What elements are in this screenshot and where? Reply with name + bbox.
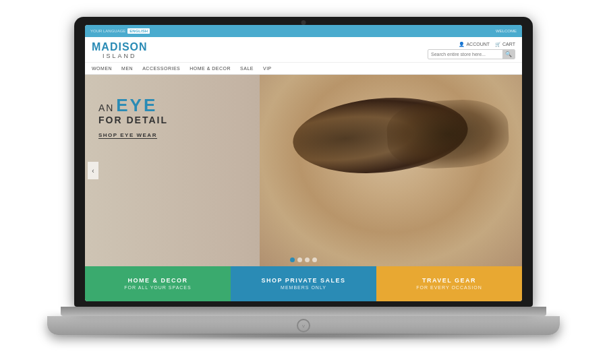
screen-bezel: YOUR LANGUAGE ENGLISH WELCOME MADISON IS… [85,25,522,301]
carousel-dot-4[interactable] [312,257,317,262]
cart-link[interactable]: 🛒 CART [495,42,515,47]
search-input[interactable] [428,51,502,58]
site-header: MADISON ISLAND 👤 ACCOUNT 🛒 CART [85,37,522,63]
cart-icon: 🛒 [495,42,501,47]
carousel-dot-2[interactable] [297,257,302,262]
tile-private-sales[interactable]: SHOP PRIVATE SALES MEMBERS ONLY [231,266,376,301]
tile-home-decor[interactable]: HOME & DECOR FOR ALL YOUR SPACES [85,266,231,301]
laptop-shadow [47,332,560,340]
logo-island: ISLAND [92,53,148,60]
tile-travel-gear-title: TRAVEL GEAR [422,277,476,285]
header-right: 👤 ACCOUNT 🛒 CART 🔍 [428,42,515,59]
screen-shell: YOUR LANGUAGE ENGLISH WELCOME MADISON IS… [74,17,533,307]
tile-private-sales-sub: MEMBERS ONLY [281,284,326,291]
laptop-brand-logo: v [297,319,310,332]
nav-item-accessories[interactable]: ACCESSORIES [142,65,180,71]
carousel-prev-button[interactable]: ‹ [88,162,98,179]
tile-travel-gear[interactable]: TRAVEL GEAR FOR EVERY OCCASION [376,266,522,301]
tile-home-decor-title: HOME & DECOR [127,277,187,285]
top-bar: YOUR LANGUAGE ENGLISH WELCOME [85,25,522,37]
search-button[interactable]: 🔍 [502,50,515,59]
nav-item-vip[interactable]: VIP [263,65,272,71]
carousel-dot-3[interactable] [305,257,310,262]
hero-cta-link[interactable]: SHOP EYE WEAR [98,132,157,139]
laptop: YOUR LANGUAGE ENGLISH WELCOME MADISON IS… [61,17,546,347]
search-box: 🔍 [428,49,515,59]
nav-item-men[interactable]: MEN [121,65,133,71]
hero-line1: AN EYE [98,95,168,116]
language-label: YOUR LANGUAGE [90,29,125,33]
hero-for-detail: FOR DETAIL [98,115,168,125]
carousel-dots [290,257,317,262]
logo-madison: MADISON [92,41,148,53]
cart-label: CART [502,42,515,47]
tile-travel-gear-sub: FOR EVERY OCCASION [416,284,482,291]
language-value[interactable]: ENGLISH [127,28,150,34]
account-label: ACCOUNT [466,42,490,47]
camera [301,20,306,25]
bottom-tiles: HOME & DECOR FOR ALL YOUR SPACES SHOP PR… [85,266,522,301]
hero-banner: ‹ AN EYE FOR DETAIL SHOP EYE WEAR [85,75,522,266]
top-bar-left: YOUR LANGUAGE ENGLISH [90,28,150,34]
laptop-hinge [61,307,546,316]
nav-item-home-decor[interactable]: HOME & DECOR [190,65,231,71]
nav-item-sale[interactable]: SALE [240,65,254,71]
logo[interactable]: MADISON ISLAND [92,41,148,59]
nav-item-women[interactable]: WOMEN [92,65,112,71]
account-link[interactable]: 👤 ACCOUNT [459,42,490,47]
hero-eye-text: EYE [116,95,157,115]
hero-text: AN EYE FOR DETAIL SHOP EYE WEAR [98,95,168,139]
account-icon: 👤 [459,42,465,47]
welcome-text: WELCOME [496,29,517,33]
tile-home-decor-sub: FOR ALL YOUR SPACES [124,284,191,291]
header-icons: 👤 ACCOUNT 🛒 CART [459,42,515,47]
hero-an-text: AN [98,102,114,113]
main-nav: WOMEN MEN ACCESSORIES HOME & DECOR SALE … [85,63,522,75]
website: YOUR LANGUAGE ENGLISH WELCOME MADISON IS… [85,25,522,301]
tile-private-sales-title: SHOP PRIVATE SALES [261,277,345,285]
carousel-dot-1[interactable] [290,257,295,262]
